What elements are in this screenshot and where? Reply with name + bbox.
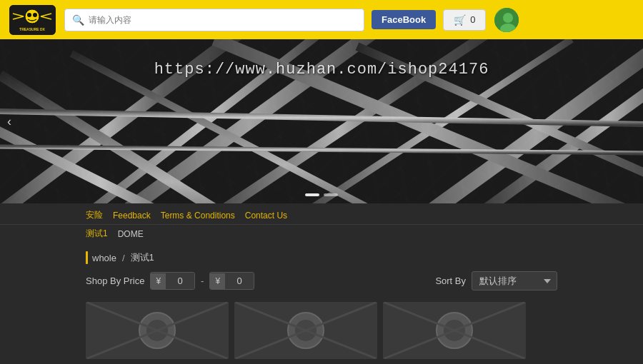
nav-link-contact[interactable]: Contact Us — [245, 211, 287, 221]
category-link-dome[interactable]: DOME — [118, 229, 144, 239]
sort-section: Sort By 默认排序 — [435, 271, 557, 290]
banner-dot-2[interactable] — [324, 193, 338, 196]
banner-prev-button[interactable]: ‹ — [7, 114, 11, 129]
svg-point-10 — [503, 13, 513, 23]
products-row — [0, 296, 643, 359]
search-input[interactable] — [89, 15, 357, 25]
banner: https://www.huzhan.com/ishop24176 ‹ — [0, 39, 643, 203]
svg-point-1 — [25, 9, 39, 24]
breadcrumb-bar-icon — [86, 251, 88, 264]
nav-link-terms[interactable]: Terms & Conditions — [161, 211, 235, 221]
svg-text:TREASURE DX: TREASURE DX — [19, 27, 46, 31]
price-max-input[interactable] — [225, 273, 254, 289]
product-item-1[interactable] — [86, 302, 229, 359]
product-item-2[interactable] — [234, 302, 377, 359]
header: TREASURE DX 🔍 FaceBook 🛒 0 — [0, 0, 643, 39]
search-bar: 🔍 — [64, 9, 364, 31]
sort-select[interactable]: 默认排序 — [472, 271, 557, 290]
nav-link-feedback[interactable]: Feedback — [113, 211, 151, 221]
search-icon: 🔍 — [72, 14, 84, 26]
price-filter: Shop By Price ¥ - ¥ — [86, 272, 254, 290]
nav-links: 安险 Feedback Terms & Conditions Contact U… — [0, 203, 643, 225]
svg-point-2 — [27, 13, 31, 17]
svg-point-3 — [33, 13, 37, 17]
category-links: 测试1 DOME — [0, 225, 643, 246]
price-min-input-wrap: ¥ — [150, 272, 195, 290]
price-min-input[interactable] — [166, 273, 194, 289]
banner-dots — [305, 193, 338, 196]
cart-icon: 🛒 — [454, 14, 466, 26]
content-area: whole / 测试1 Shop By Price ¥ - ¥ Sort By … — [0, 246, 643, 296]
price-dash: - — [201, 275, 204, 286]
banner-dot-1[interactable] — [305, 193, 319, 196]
avatar[interactable] — [493, 6, 520, 34]
nav-link-anxian[interactable]: 安险 — [86, 209, 103, 221]
breadcrumb-test1[interactable]: 测试1 — [131, 251, 154, 264]
cart-button[interactable]: 🛒 0 — [443, 9, 486, 31]
category-link-test1[interactable]: 测试1 — [86, 228, 108, 240]
cart-count: 0 — [470, 14, 475, 25]
sort-label: Sort By — [435, 275, 466, 286]
logo[interactable]: TREASURE DX — [7, 4, 57, 36]
facebook-button[interactable]: FaceBook — [372, 10, 436, 29]
price-min-icon: ¥ — [151, 273, 166, 289]
price-max-icon: ¥ — [210, 273, 225, 289]
breadcrumb-whole[interactable]: whole — [92, 253, 116, 263]
controls-row: Shop By Price ¥ - ¥ Sort By 默认排序 — [86, 271, 557, 290]
product-item-3[interactable] — [383, 302, 526, 359]
price-filter-label: Shop By Price — [86, 275, 144, 286]
breadcrumb-separator: / — [122, 253, 125, 263]
breadcrumb: whole / 测试1 — [86, 251, 557, 264]
price-max-input-wrap: ¥ — [209, 272, 254, 290]
banner-url-text: https://www.huzhan.com/ishop24176 — [154, 61, 489, 79]
